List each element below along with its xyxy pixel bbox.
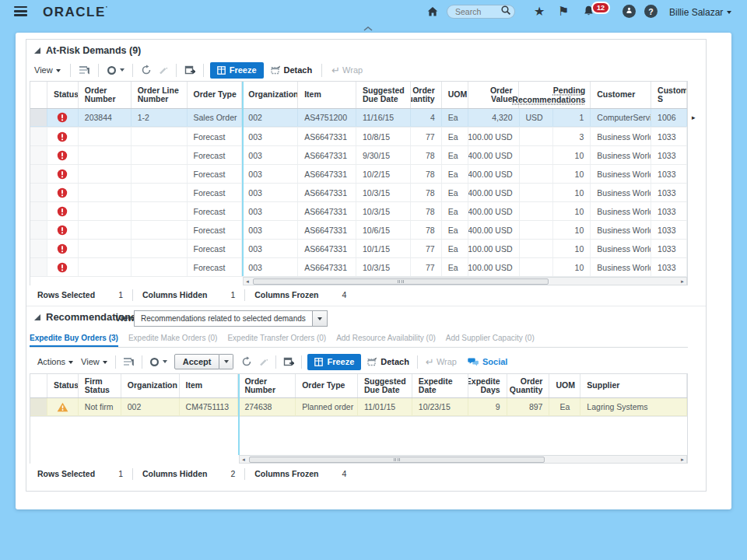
view-menu[interactable]: View xyxy=(34,65,61,75)
user-name: Billie Salazar xyxy=(669,7,723,18)
column-header-organization[interactable]: Organization xyxy=(121,374,180,397)
table-row[interactable]: Forecast003AS664733110/3/1577Ea23,100.00… xyxy=(30,258,687,277)
column-header-item[interactable]: Item xyxy=(180,374,239,397)
cell xyxy=(520,258,554,276)
column-header-customer-site[interactable]: Customer S xyxy=(651,82,687,108)
scroll-left-icon[interactable]: ◄ xyxy=(240,457,247,462)
table-row[interactable]: Forecast003AS664733110/3/1578Ea23,400.00… xyxy=(30,202,687,221)
freeze-button[interactable]: Freeze xyxy=(307,354,361,370)
cell xyxy=(520,221,554,239)
go-to-icon[interactable] xyxy=(149,357,160,367)
view-menu[interactable]: View xyxy=(81,357,107,366)
column-header-suggested-due-date[interactable]: Suggested Due Date xyxy=(356,82,411,108)
table-row[interactable]: Forecast003AS66473319/30/1578Ea23,400.00… xyxy=(30,146,687,165)
notifications-bell[interactable]: 12 xyxy=(582,5,613,20)
cell: 1033 xyxy=(651,221,687,239)
detach-button[interactable]: Detach xyxy=(366,357,409,366)
cell: 23,400.00 USD xyxy=(468,165,520,183)
table-row[interactable]: Forecast003AS664733110/3/1578Ea23,400.00… xyxy=(30,184,687,202)
table-row[interactable]: Forecast003AS664733110/8/1577Ea23,100.00… xyxy=(30,128,687,146)
detach-button[interactable]: Detach xyxy=(270,65,313,75)
tab-expedite-buy-orders[interactable]: Expedite Buy Orders (3) xyxy=(30,334,118,348)
export-icon[interactable] xyxy=(184,65,195,75)
recommendations-view-dropdown[interactable]: Recommendations related to selected dema… xyxy=(134,310,328,327)
at-risk-demands-title[interactable]: At-Risk Demands (9) xyxy=(34,45,141,56)
accessibility-icon[interactable] xyxy=(622,5,636,18)
search-icon[interactable] xyxy=(500,5,511,19)
tab-expedite-make-orders[interactable]: Expedite Make Orders (0) xyxy=(128,334,218,348)
column-header-firm-status[interactable]: Firm Status xyxy=(79,374,121,397)
table-row[interactable]: 2038441-2Sales Order002AS475120011/16/15… xyxy=(30,109,687,128)
tab-add-supplier-capacity[interactable]: Add Supplier Capacity (0) xyxy=(446,334,535,348)
column-header-order-number[interactable]: Order Number xyxy=(238,374,296,397)
cell: 10 xyxy=(553,258,591,276)
search-input[interactable] xyxy=(455,7,500,16)
scroll-right-icon[interactable]: ► xyxy=(679,457,686,462)
cell: 78 xyxy=(411,221,442,239)
error-status-icon xyxy=(57,262,68,273)
table-row[interactable]: Not firm002CM4751113274638Planned order1… xyxy=(30,398,687,417)
go-to-icon[interactable] xyxy=(107,65,117,75)
column-header-pending-recommendations[interactable]: Pending Recommendations xyxy=(553,82,591,108)
cell: 1033 xyxy=(651,165,687,183)
accept-caret-icon[interactable] xyxy=(219,354,233,369)
column-header-order-number[interactable]: Order Number xyxy=(79,82,132,108)
recommendations-h-scrollbar[interactable]: ◄ ► xyxy=(239,455,687,464)
collapse-triangle-icon[interactable] xyxy=(34,47,40,54)
accept-button[interactable]: Accept xyxy=(174,354,234,369)
export-icon[interactable] xyxy=(283,357,294,367)
search-box[interactable] xyxy=(447,5,515,19)
collapse-triangle-icon[interactable] xyxy=(34,314,40,320)
demands-h-scrollbar[interactable]: ◄ ► xyxy=(243,277,687,285)
column-header-order-type[interactable]: Order Type xyxy=(188,82,243,108)
cell: 23,100.00 USD xyxy=(468,128,520,145)
column-header-organization[interactable]: Organization xyxy=(242,82,298,108)
actions-menu[interactable]: Actions xyxy=(37,357,73,366)
help-icon[interactable]: ? xyxy=(644,5,658,18)
user-menu[interactable]: Billie Salazar xyxy=(669,7,731,18)
cell: 10 xyxy=(553,221,591,239)
column-header-status[interactable]: Status xyxy=(47,82,79,108)
scroll-left-icon[interactable]: ◄ xyxy=(244,279,251,284)
go-to-caret-icon[interactable] xyxy=(163,360,167,363)
column-header-supplier[interactable]: Supplier xyxy=(580,374,687,397)
column-header-expedite-days[interactable]: Expedite Days xyxy=(468,374,507,397)
query-by-example-icon[interactable] xyxy=(79,65,90,75)
home-icon[interactable] xyxy=(426,5,439,21)
tab-add-resource-availability[interactable]: Add Resource Availability (0) xyxy=(336,334,436,348)
column-header-item[interactable]: Item xyxy=(298,82,356,108)
table-row[interactable]: Forecast003AS664733110/2/1578Ea23,400.00… xyxy=(30,165,687,184)
query-by-example-icon[interactable] xyxy=(123,356,135,367)
column-header-order-type[interactable]: Order Type xyxy=(296,374,358,397)
table-row[interactable]: Forecast003AS664733110/1/1577Ea23,100.00… xyxy=(30,240,687,258)
column-header-suggested-due-date[interactable]: Suggested Due Date xyxy=(358,374,412,397)
table-row[interactable]: Forecast003AS664733110/6/1578Ea23,400.00… xyxy=(30,221,687,240)
oracle-logo: ORACLE’ xyxy=(43,5,109,20)
column-header-customer[interactable]: Customer xyxy=(591,82,651,108)
scroll-right-icon[interactable]: ► xyxy=(679,279,686,284)
cell: AS6647331 xyxy=(298,165,356,183)
status-cell xyxy=(47,109,79,127)
cell: 77 xyxy=(411,240,442,257)
freeze-button[interactable]: Freeze xyxy=(210,62,264,79)
column-header-order-quantity[interactable]: Order Quantity xyxy=(411,82,442,108)
tab-expedite-transfer-orders[interactable]: Expedite Transfer Orders (0) xyxy=(227,334,326,348)
column-header-expedite-date[interactable]: Expedite Date xyxy=(412,374,468,397)
cell: Ea xyxy=(442,240,468,257)
social-link[interactable]: Social xyxy=(468,357,507,367)
column-header-uom[interactable]: UOM xyxy=(442,82,468,108)
cell: CM4751113 xyxy=(180,398,239,416)
hamburger-menu-icon[interactable] xyxy=(14,6,27,16)
column-header-status[interactable]: Status xyxy=(47,374,79,397)
refresh-icon[interactable] xyxy=(141,65,152,75)
favorites-star-icon[interactable]: ★ xyxy=(534,4,545,19)
h-scrollbar-thumb[interactable] xyxy=(249,457,545,463)
cell: 78 xyxy=(411,184,442,201)
column-header-order-quantity[interactable]: Order Quantity xyxy=(507,374,550,397)
column-header-uom[interactable]: UOM xyxy=(549,374,580,397)
refresh-icon[interactable] xyxy=(241,356,252,367)
h-scrollbar-thumb[interactable] xyxy=(253,278,549,285)
watchlist-flag-icon[interactable]: ⚑ xyxy=(558,4,569,19)
go-to-caret-icon[interactable] xyxy=(120,68,124,72)
column-header-order-line-number[interactable]: Order Line Number xyxy=(132,82,188,108)
